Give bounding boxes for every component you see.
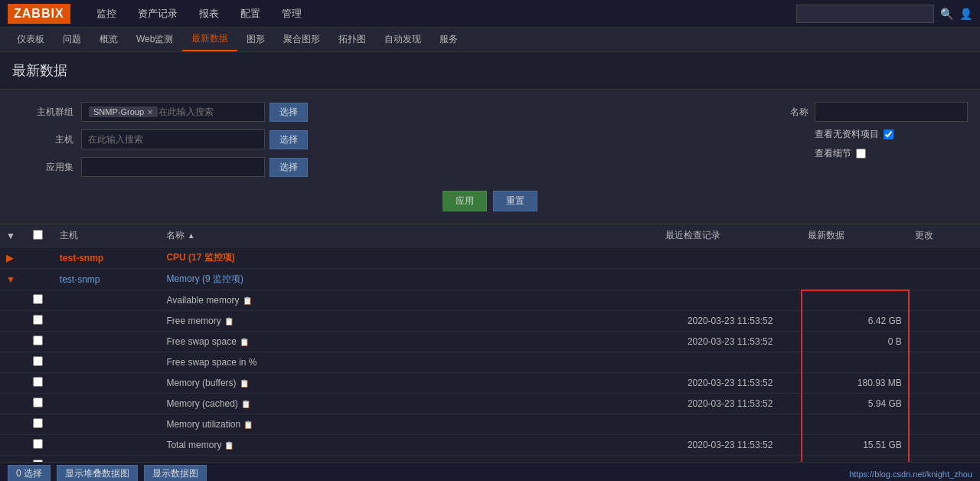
recent-cell: 2020-03-23 11:53:52: [659, 373, 802, 394]
recent-cell: [659, 290, 802, 311]
data-table: ▼ 主机 名称 ▲ 最近检查记录 最新数据 更改 ▶ test-snmp CPU…: [0, 224, 980, 462]
name-sort-icon: ▲: [188, 231, 195, 240]
recent-cell: 2020-03-23 11:53:52: [659, 332, 802, 352]
host-cell: [54, 394, 161, 414]
name-input[interactable]: [815, 102, 968, 122]
nav-reports[interactable]: 报表: [188, 1, 230, 27]
apply-button[interactable]: 应用: [443, 191, 487, 211]
info-icon[interactable]: 📋: [243, 420, 253, 429]
hostgroup-tag-close[interactable]: ✕: [147, 108, 153, 116]
info-icon[interactable]: 📋: [224, 441, 234, 450]
nav-monitor[interactable]: 监控: [86, 1, 127, 27]
row-checkbox[interactable]: [33, 377, 43, 387]
filter-actions: 应用 重置: [12, 191, 968, 211]
hostgroup-tag-input[interactable]: SNMP-Group ✕: [81, 102, 265, 122]
subnav-graphs[interactable]: 图形: [237, 28, 274, 51]
change-cell: [909, 290, 980, 311]
check-cell: [27, 311, 54, 332]
host-cell[interactable]: test-snmp: [54, 247, 161, 269]
info-icon[interactable]: 📋: [240, 338, 249, 346]
app-search-input[interactable]: [81, 157, 265, 177]
subnav-webmon[interactable]: Web监测: [127, 28, 182, 51]
change-cell: [909, 311, 980, 332]
select-count-button[interactable]: 0 选择: [8, 465, 51, 481]
nav-config[interactable]: 配置: [230, 1, 271, 27]
check-cell: [27, 394, 54, 414]
row-checkbox[interactable]: [33, 418, 43, 428]
subnav-dashboard[interactable]: 仪表板: [8, 28, 54, 51]
th-recent: 最近检查记录: [659, 224, 802, 247]
collapse-cell: [0, 435, 27, 456]
expand-icon[interactable]: ▼: [6, 231, 15, 241]
th-check: [27, 224, 54, 247]
recent-cell: 2020-03-23 11:53:52: [659, 311, 802, 332]
subnav-services[interactable]: 服务: [430, 28, 467, 51]
table-row: Memory (buffers)📋 2020-03-23 11:53:52 18…: [0, 373, 980, 394]
filter-section: 主机群组 SNMP-Group ✕ 选择 主机: [0, 90, 980, 224]
subnav-latest[interactable]: 最新数据: [182, 28, 237, 51]
row-checkbox[interactable]: [33, 356, 43, 366]
row-checkbox[interactable]: [33, 294, 43, 304]
subnav-overview[interactable]: 概览: [90, 28, 127, 51]
global-search-input[interactable]: [796, 5, 934, 23]
info-icon[interactable]: 📋: [224, 317, 234, 326]
name-cell: Free swap space📋: [160, 332, 659, 352]
show-stacked-button[interactable]: 显示堆叠数据图: [57, 465, 138, 481]
reset-button[interactable]: 重置: [493, 191, 537, 211]
change-cell: [909, 373, 980, 394]
host-cell: [54, 373, 161, 394]
change-cell: [909, 247, 980, 269]
collapse-cell[interactable]: ▶: [0, 247, 27, 269]
hostgroup-select-button[interactable]: 选择: [270, 103, 308, 122]
user-icon[interactable]: 👤: [959, 8, 972, 20]
host-cell: [54, 435, 161, 456]
filter-name-row: 名称: [763, 102, 968, 122]
table-row: Free swap space📋 2020-03-23 11:53:52 0 B: [0, 332, 980, 352]
host-search-input[interactable]: [81, 129, 265, 149]
collapse-cell[interactable]: ▼: [0, 269, 27, 290]
logo: ZABBIX: [8, 4, 70, 24]
th-host: 主机: [54, 224, 161, 247]
subnav-problems[interactable]: 问题: [54, 28, 90, 51]
row-checkbox[interactable]: [33, 398, 43, 407]
subnav-maps[interactable]: 拓扑图: [329, 28, 375, 51]
hostgroup-search-input[interactable]: [158, 106, 220, 117]
name-cell: Memory utilization📋: [160, 414, 659, 435]
details-label-text: 查看细节: [815, 147, 851, 160]
host-cell[interactable]: test-snmp: [54, 269, 161, 290]
sub-navigation: 仪表板 问题 概览 Web监测 最新数据 图形 聚合图形 拓扑图 自动发现 服务: [0, 28, 980, 52]
subnav-screens[interactable]: 聚合图形: [274, 28, 329, 51]
app-select-button[interactable]: 选择: [270, 158, 308, 177]
subnav-discovery[interactable]: 自动发现: [375, 28, 430, 51]
check-cell: [27, 352, 54, 373]
search-icon[interactable]: 🔍: [940, 8, 953, 20]
info-icon[interactable]: 📋: [241, 400, 250, 408]
details-checkbox[interactable]: [856, 149, 866, 159]
th-collapse: ▼: [0, 224, 27, 247]
show-data-button[interactable]: 显示数据图: [144, 465, 207, 481]
host-select-button[interactable]: 选择: [270, 130, 308, 149]
nav-assets[interactable]: 资产记录: [127, 1, 188, 27]
row-checkbox[interactable]: [33, 315, 43, 325]
row-checkbox[interactable]: [33, 460, 43, 462]
recent-cell: 2020-03-23 11:53:52: [659, 435, 802, 456]
nodata-checkbox[interactable]: [884, 129, 893, 139]
th-name[interactable]: 名称 ▲: [160, 224, 659, 247]
check-cell: [27, 435, 54, 456]
info-icon[interactable]: 📋: [240, 379, 249, 388]
check-cell: [27, 456, 54, 463]
table-row: ▼ test-snmp Memory (9 监控项): [0, 269, 980, 290]
row-checkbox[interactable]: [33, 335, 43, 345]
select-all-checkbox[interactable]: [33, 230, 43, 240]
nav-manage[interactable]: 管理: [271, 1, 312, 27]
table-row: Memory utilization📋: [0, 414, 980, 435]
nav-menu: 监控 资产记录 报表 配置 管理: [86, 1, 312, 27]
host-cell: [54, 414, 161, 435]
change-cell: [909, 394, 980, 414]
name-cell: Available memory📋: [160, 290, 659, 311]
top-navigation: ZABBIX 监控 资产记录 报表 配置 管理 🔍 👤: [0, 0, 980, 28]
latest-cell: [802, 414, 909, 435]
info-icon[interactable]: 📋: [243, 296, 252, 305]
row-checkbox[interactable]: [33, 439, 43, 449]
host-cell: [54, 311, 161, 332]
